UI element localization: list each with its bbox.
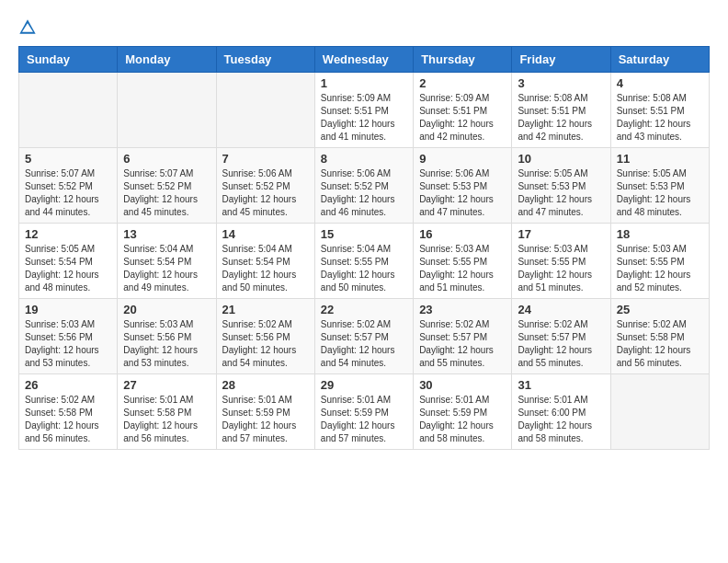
day-info: Sunrise: 5:02 AMSunset: 5:57 PMDaylight:… bbox=[518, 318, 604, 370]
calendar-cell: 17Sunrise: 5:03 AMSunset: 5:55 PMDayligh… bbox=[512, 224, 610, 299]
day-number: 31 bbox=[518, 378, 604, 392]
day-info: Sunrise: 5:06 AMSunset: 5:53 PMDaylight:… bbox=[419, 167, 506, 219]
day-info: Sunrise: 5:05 AMSunset: 5:53 PMDaylight:… bbox=[518, 167, 604, 219]
day-number: 19 bbox=[25, 303, 111, 316]
day-number: 14 bbox=[222, 227, 309, 241]
day-number: 1 bbox=[321, 76, 407, 90]
calendar-table: SundayMondayTuesdayWednesdayThursdayFrid… bbox=[18, 46, 710, 450]
calendar-cell: 2Sunrise: 5:09 AMSunset: 5:51 PMDaylight… bbox=[414, 73, 512, 148]
calendar-cell: 12Sunrise: 5:05 AMSunset: 5:54 PMDayligh… bbox=[19, 224, 118, 299]
day-number: 15 bbox=[321, 227, 407, 241]
calendar-cell: 11Sunrise: 5:05 AMSunset: 5:53 PMDayligh… bbox=[610, 148, 709, 224]
calendar-week-row: 19Sunrise: 5:03 AMSunset: 5:56 PMDayligh… bbox=[19, 299, 710, 374]
calendar-cell: 22Sunrise: 5:02 AMSunset: 5:57 PMDayligh… bbox=[314, 299, 413, 374]
day-number: 27 bbox=[123, 378, 210, 392]
day-number: 28 bbox=[222, 378, 309, 392]
calendar-cell: 1Sunrise: 5:09 AMSunset: 5:51 PMDaylight… bbox=[314, 73, 413, 148]
day-info: Sunrise: 5:01 AMSunset: 5:59 PMDaylight:… bbox=[419, 394, 506, 445]
logo bbox=[18, 18, 40, 37]
day-number: 9 bbox=[419, 152, 506, 166]
day-info: Sunrise: 5:08 AMSunset: 5:51 PMDaylight:… bbox=[617, 92, 703, 144]
day-info: Sunrise: 5:03 AMSunset: 5:55 PMDaylight:… bbox=[617, 243, 703, 294]
day-number: 17 bbox=[518, 227, 604, 241]
day-info: Sunrise: 5:01 AMSunset: 5:58 PMDaylight:… bbox=[123, 394, 210, 445]
calendar-cell: 4Sunrise: 5:08 AMSunset: 5:51 PMDaylight… bbox=[610, 73, 709, 148]
calendar-cell: 31Sunrise: 5:01 AMSunset: 6:00 PMDayligh… bbox=[512, 374, 610, 450]
day-info: Sunrise: 5:03 AMSunset: 5:55 PMDaylight:… bbox=[419, 243, 506, 294]
calendar-cell: 15Sunrise: 5:04 AMSunset: 5:55 PMDayligh… bbox=[314, 224, 413, 299]
day-number: 3 bbox=[518, 76, 604, 90]
calendar-cell: 7Sunrise: 5:06 AMSunset: 5:52 PMDaylight… bbox=[216, 148, 314, 224]
calendar-cell: 19Sunrise: 5:03 AMSunset: 5:56 PMDayligh… bbox=[19, 299, 118, 374]
calendar-cell: 23Sunrise: 5:02 AMSunset: 5:57 PMDayligh… bbox=[414, 299, 512, 374]
day-info: Sunrise: 5:05 AMSunset: 5:53 PMDaylight:… bbox=[617, 167, 703, 219]
calendar-cell: 8Sunrise: 5:06 AMSunset: 5:52 PMDaylight… bbox=[314, 148, 413, 224]
day-number: 22 bbox=[321, 303, 407, 316]
calendar-cell: 6Sunrise: 5:07 AMSunset: 5:52 PMDaylight… bbox=[118, 148, 216, 224]
day-info: Sunrise: 5:03 AMSunset: 5:56 PMDaylight:… bbox=[25, 318, 111, 370]
day-info: Sunrise: 5:02 AMSunset: 5:57 PMDaylight:… bbox=[419, 318, 506, 370]
day-number: 16 bbox=[419, 227, 506, 241]
day-number: 10 bbox=[518, 152, 604, 166]
day-info: Sunrise: 5:06 AMSunset: 5:52 PMDaylight:… bbox=[321, 167, 407, 219]
day-info: Sunrise: 5:09 AMSunset: 5:51 PMDaylight:… bbox=[419, 92, 506, 144]
day-info: Sunrise: 5:04 AMSunset: 5:54 PMDaylight:… bbox=[123, 243, 210, 294]
calendar-cell: 3Sunrise: 5:08 AMSunset: 5:51 PMDaylight… bbox=[512, 73, 610, 148]
day-number: 2 bbox=[419, 76, 506, 90]
calendar-week-row: 26Sunrise: 5:02 AMSunset: 5:58 PMDayligh… bbox=[19, 374, 710, 450]
day-info: Sunrise: 5:09 AMSunset: 5:51 PMDaylight:… bbox=[321, 92, 407, 144]
calendar-header-row: SundayMondayTuesdayWednesdayThursdayFrid… bbox=[19, 47, 710, 73]
day-number: 6 bbox=[123, 152, 210, 166]
calendar-cell: 10Sunrise: 5:05 AMSunset: 5:53 PMDayligh… bbox=[512, 148, 610, 224]
day-info: Sunrise: 5:03 AMSunset: 5:56 PMDaylight:… bbox=[123, 318, 210, 370]
day-info: Sunrise: 5:02 AMSunset: 5:57 PMDaylight:… bbox=[321, 318, 407, 370]
day-info: Sunrise: 5:05 AMSunset: 5:54 PMDaylight:… bbox=[25, 243, 111, 294]
calendar-cell: 27Sunrise: 5:01 AMSunset: 5:58 PMDayligh… bbox=[118, 374, 216, 450]
day-info: Sunrise: 5:04 AMSunset: 5:55 PMDaylight:… bbox=[321, 243, 407, 294]
day-info: Sunrise: 5:08 AMSunset: 5:51 PMDaylight:… bbox=[518, 92, 604, 144]
day-header-friday: Friday bbox=[512, 47, 610, 73]
day-header-saturday: Saturday bbox=[610, 47, 709, 73]
calendar-cell: 24Sunrise: 5:02 AMSunset: 5:57 PMDayligh… bbox=[512, 299, 610, 374]
calendar-cell bbox=[118, 73, 216, 148]
calendar-cell: 28Sunrise: 5:01 AMSunset: 5:59 PMDayligh… bbox=[216, 374, 314, 450]
calendar-cell: 21Sunrise: 5:02 AMSunset: 5:56 PMDayligh… bbox=[216, 299, 314, 374]
day-info: Sunrise: 5:07 AMSunset: 5:52 PMDaylight:… bbox=[25, 167, 111, 219]
day-info: Sunrise: 5:07 AMSunset: 5:52 PMDaylight:… bbox=[123, 167, 210, 219]
logo-icon bbox=[18, 18, 37, 37]
day-number: 29 bbox=[321, 378, 407, 392]
calendar-cell: 16Sunrise: 5:03 AMSunset: 5:55 PMDayligh… bbox=[414, 224, 512, 299]
day-number: 4 bbox=[617, 76, 703, 90]
day-number: 21 bbox=[222, 303, 309, 316]
day-number: 8 bbox=[321, 152, 407, 166]
calendar-cell bbox=[19, 73, 118, 148]
day-header-thursday: Thursday bbox=[414, 47, 512, 73]
day-header-tuesday: Tuesday bbox=[216, 47, 314, 73]
day-number: 12 bbox=[25, 227, 111, 241]
day-number: 23 bbox=[419, 303, 506, 316]
calendar-week-row: 5Sunrise: 5:07 AMSunset: 5:52 PMDaylight… bbox=[19, 148, 710, 224]
calendar-week-row: 12Sunrise: 5:05 AMSunset: 5:54 PMDayligh… bbox=[19, 224, 710, 299]
page-header bbox=[18, 18, 710, 37]
day-number: 30 bbox=[419, 378, 506, 392]
day-number: 24 bbox=[518, 303, 604, 316]
calendar-cell: 13Sunrise: 5:04 AMSunset: 5:54 PMDayligh… bbox=[118, 224, 216, 299]
calendar-cell bbox=[610, 374, 709, 450]
calendar-cell: 5Sunrise: 5:07 AMSunset: 5:52 PMDaylight… bbox=[19, 148, 118, 224]
day-info: Sunrise: 5:02 AMSunset: 5:56 PMDaylight:… bbox=[222, 318, 309, 370]
calendar-cell: 20Sunrise: 5:03 AMSunset: 5:56 PMDayligh… bbox=[118, 299, 216, 374]
day-number: 26 bbox=[25, 378, 111, 392]
calendar-cell: 18Sunrise: 5:03 AMSunset: 5:55 PMDayligh… bbox=[610, 224, 709, 299]
calendar-cell: 29Sunrise: 5:01 AMSunset: 5:59 PMDayligh… bbox=[314, 374, 413, 450]
day-info: Sunrise: 5:01 AMSunset: 5:59 PMDaylight:… bbox=[321, 394, 407, 445]
day-number: 20 bbox=[123, 303, 210, 316]
day-number: 13 bbox=[123, 227, 210, 241]
day-number: 18 bbox=[617, 227, 703, 241]
day-info: Sunrise: 5:04 AMSunset: 5:54 PMDaylight:… bbox=[222, 243, 309, 294]
day-number: 11 bbox=[617, 152, 703, 166]
calendar-cell: 14Sunrise: 5:04 AMSunset: 5:54 PMDayligh… bbox=[216, 224, 314, 299]
calendar-cell bbox=[216, 73, 314, 148]
day-info: Sunrise: 5:01 AMSunset: 6:00 PMDaylight:… bbox=[518, 394, 604, 445]
day-info: Sunrise: 5:03 AMSunset: 5:55 PMDaylight:… bbox=[518, 243, 604, 294]
calendar-cell: 30Sunrise: 5:01 AMSunset: 5:59 PMDayligh… bbox=[414, 374, 512, 450]
